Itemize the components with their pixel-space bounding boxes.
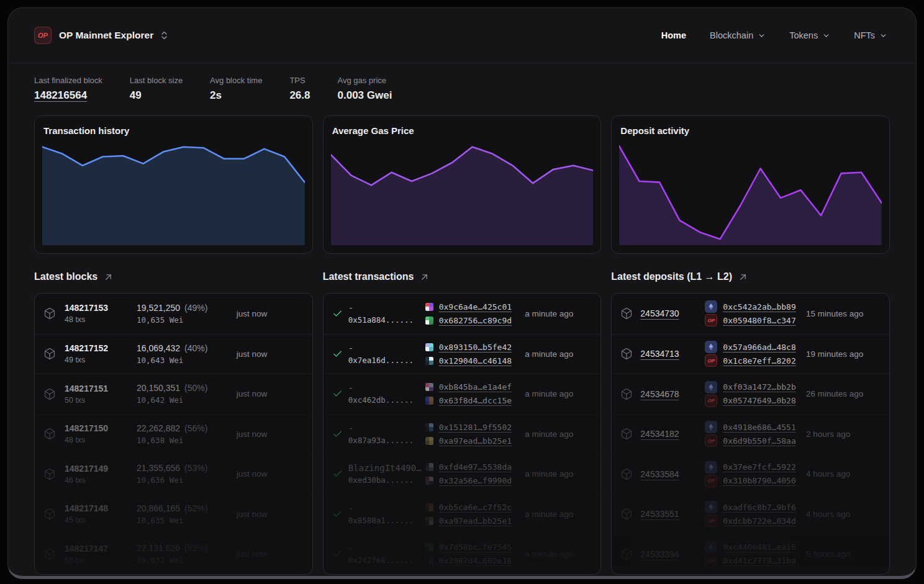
block-number[interactable]: 148217148 xyxy=(65,503,137,513)
deposit-l1-tx-link[interactable]: 0x37ee7fcf…5922 xyxy=(723,462,795,472)
transaction-row[interactable]: -0x8588a1......0xb5ca6e…c7f52c0xa97ead…b… xyxy=(324,494,601,534)
block-number[interactable]: 148217150 xyxy=(65,423,137,433)
deposit-block-link[interactable]: 24533584 xyxy=(640,469,679,479)
transaction-row[interactable]: -0x7ea16d......0x893150…b5fe420x129040…c… xyxy=(324,334,601,374)
deposit-block-link[interactable]: 24534730 xyxy=(640,308,679,318)
deposit-l2-tx-link[interactable]: 0xd41c7779…31ba xyxy=(723,556,795,565)
tx-to-address-link[interactable]: 0x682756…c89c9d xyxy=(439,316,512,325)
nav-item-blockchain[interactable]: Blockchain xyxy=(710,30,766,40)
deposit-block-link[interactable]: 24533394 xyxy=(640,549,679,559)
deposit-l2-tx-link[interactable]: 0x05747649…0b28 xyxy=(723,396,795,405)
nav-item-label: Home xyxy=(661,30,686,40)
nav-item-nfts[interactable]: NFTs xyxy=(854,30,887,40)
tx-from-address-link[interactable]: 0xb5ca6e…c7f52c xyxy=(439,503,512,512)
deposit-block-link[interactable]: 24534713 xyxy=(640,349,679,359)
deposit-l1-tx-link[interactable]: 0x4918e686…4551 xyxy=(723,423,795,432)
deposit-l1-tx-link[interactable]: 0xc440e481…ea16 xyxy=(723,542,795,552)
area-chart xyxy=(331,141,594,245)
app-window: OP OP Mainnet Explorer HomeBlockchainTok… xyxy=(7,7,917,579)
tx-to-address-link[interactable]: 0x63f8d4…dcc15e xyxy=(439,396,512,405)
block-number[interactable]: 148217151 xyxy=(65,384,137,393)
deposit-row[interactable]: 245335510xadf6c8b7…9bf6OP0xdcbb722e…034d… xyxy=(612,494,889,534)
nav-item-home[interactable]: Home xyxy=(661,30,686,40)
desktop-background: OP OP Mainnet Explorer HomeBlockchainTok… xyxy=(0,0,924,584)
block-number[interactable]: 148217152 xyxy=(65,343,137,353)
deposit-l1-tx-link[interactable]: 0xadf6c8b7…9bf6 xyxy=(723,503,795,512)
block-tx-count: 49 txs xyxy=(65,356,137,364)
block-number[interactable]: 148217153 xyxy=(65,303,137,313)
address-identicon xyxy=(425,517,433,525)
tx-to-address-link[interactable]: 0x2087d4…602e18 xyxy=(439,556,512,565)
transaction-row[interactable]: BlazingIt4490…0xed30ba......0xfd4e97…553… xyxy=(324,454,601,494)
transaction-row[interactable]: -0x51a884......0x9c6a4e…425c010x682756…c… xyxy=(324,294,601,334)
block-row[interactable]: 14821715150 txs20,150,351 (50%)10,642 We… xyxy=(35,374,312,414)
transaction-row[interactable]: -0x242fe8......0x7d58bc…fe75450x2087d4…6… xyxy=(324,534,601,574)
deposit-block-link[interactable]: 24533551 xyxy=(640,509,679,519)
transaction-row[interactable]: -0xc462db......0xb845ba…e1a4ef0x63f8d4…d… xyxy=(324,374,601,414)
deposit-block-link[interactable]: 24534678 xyxy=(640,389,679,399)
tx-from-address-link[interactable]: 0x151281…9f5502 xyxy=(439,423,512,432)
block-cube-icon xyxy=(43,468,65,480)
transaction-row[interactable]: -0x87a93a......0x151281…9f55020xa97ead…b… xyxy=(324,414,601,454)
tx-hash-cell: -0x8588a1...... xyxy=(348,503,425,525)
nav-item-tokens[interactable]: Tokens xyxy=(789,30,830,40)
deposit-row[interactable]: 245346780xf03a1472…bb2bOP0x05747649…0b28… xyxy=(612,374,889,414)
tx-from-address-link[interactable]: 0xfd4e97…5538da xyxy=(439,462,512,472)
tx-from-address-link[interactable]: 0xb845ba…e1a4ef xyxy=(439,382,512,392)
block-row[interactable]: 14821715249 txs16,069,432 (40%)10,643 We… xyxy=(35,334,312,374)
external-link-arrow-icon[interactable] xyxy=(738,272,748,282)
deposit-block-link[interactable]: 24534182 xyxy=(640,429,679,439)
tx-hash-link[interactable]: 0xed30ba...... xyxy=(348,475,425,485)
deposit-l1-tx-link[interactable]: 0xc542a2ab…bb89 xyxy=(723,302,795,312)
address-identicon xyxy=(425,317,433,325)
stat-value[interactable]: 148216564 xyxy=(34,89,102,102)
deposit-row[interactable]: 245347130x57a966ad…48c8OP0x1c8e7eff…8202… xyxy=(612,334,889,374)
tx-from-address-link[interactable]: 0x9c6a4e…425c01 xyxy=(439,302,512,312)
block-row[interactable]: 14821714845 txs20,866,165 (52%)10,635 We… xyxy=(35,494,312,534)
tx-to-address-link[interactable]: 0x32a56e…f9990d xyxy=(439,476,512,485)
block-tx-count: 48 txs xyxy=(65,436,137,444)
deposit-l2-tx-link[interactable]: 0x1c8e7eff…8202 xyxy=(723,356,795,366)
tx-hash-link[interactable]: 0x87a93a...... xyxy=(348,436,425,445)
deposit-row[interactable]: 245333940xc440e481…ea16OP0xd41c7779…31ba… xyxy=(612,534,889,574)
tx-from-address-link[interactable]: 0x7d58bc…fe7545 xyxy=(439,542,512,552)
network-selector[interactable]: OP OP Mainnet Explorer xyxy=(34,27,168,44)
tx-to-address-link[interactable]: 0x129040…c46148 xyxy=(439,356,512,366)
tx-from-address-link[interactable]: 0x893150…b5fe42 xyxy=(439,343,512,352)
deposit-l2-tx-link[interactable]: 0x310b8790…4050 xyxy=(723,476,795,485)
block-row[interactable]: 14821714946 txs21,355,656 (53%)10,636 We… xyxy=(35,454,312,494)
external-link-arrow-icon[interactable] xyxy=(104,272,113,282)
tx-hash-link[interactable]: 0x242fe8...... xyxy=(348,555,425,565)
deposit-l2-tx-link[interactable]: 0x6d9b550f…58aa xyxy=(723,436,795,446)
tx-to-address-link[interactable]: 0xa97ead…bb25e1 xyxy=(439,516,512,526)
block-row[interactable]: 14821714755 txs22,131,626 (55%)10,631 We… xyxy=(35,534,312,574)
deposit-l1-tx-link[interactable]: 0xf03a1472…bb2b xyxy=(723,382,795,392)
deposit-row[interactable]: 245341820x4918e686…4551OP0x6d9b550f…58aa… xyxy=(612,414,889,454)
external-link-arrow-icon[interactable] xyxy=(420,272,429,282)
block-number[interactable]: 148217149 xyxy=(65,464,137,474)
deposit-l1-tx-link[interactable]: 0x57a966ad…48c8 xyxy=(723,343,795,352)
block-timestamp: just now xyxy=(237,389,304,398)
block-reward: 10,636 Wei xyxy=(137,475,237,485)
tx-hash-link[interactable]: 0xc462db...... xyxy=(348,395,425,405)
tx-hash-link[interactable]: 0x51a884...... xyxy=(348,315,425,325)
op-logo-text: OP xyxy=(38,32,48,39)
block-number[interactable]: 148217147 xyxy=(65,544,137,554)
block-row[interactable]: 14821715048 txs22,262,882 (56%)10,638 We… xyxy=(35,414,312,454)
block-reward: 10,635 Wei xyxy=(137,315,237,325)
success-check-icon xyxy=(332,469,343,479)
tx-hash-link[interactable]: 0x8588a1...... xyxy=(348,516,425,525)
lists-row: Latest blocks 14821715348 txs19,521,250 … xyxy=(34,271,890,575)
tx-method: - xyxy=(348,503,425,513)
deposit-l2-tx-link[interactable]: 0xdcbb722e…034d xyxy=(723,516,795,526)
deposit-l2-tx-link[interactable]: 0x059480f8…c347 xyxy=(723,316,795,325)
deposit-row[interactable]: 245335840x37ee7fcf…5922OP0x310b8790…4050… xyxy=(612,454,889,494)
tx-to-address-link[interactable]: 0xa97ead…bb25e1 xyxy=(439,436,512,446)
block-number-cell: 14821714755 txs xyxy=(65,544,137,565)
block-cube-icon xyxy=(620,548,633,560)
deposit-row[interactable]: 245347300xc542a2ab…bb89OP0x059480f8…c347… xyxy=(612,294,889,334)
op-badge-text: OP xyxy=(708,318,715,323)
tx-hash-link[interactable]: 0x7ea16d...... xyxy=(348,356,425,365)
block-tx-count: 55 txs xyxy=(65,556,137,565)
block-row[interactable]: 14821715348 txs19,521,250 (49%)10,635 We… xyxy=(35,294,312,334)
